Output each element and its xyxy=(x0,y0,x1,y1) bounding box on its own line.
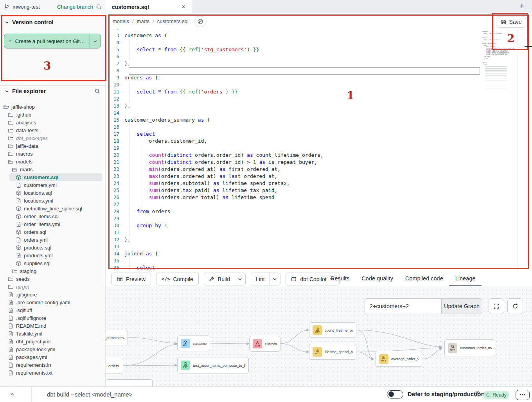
copy-icon[interactable] xyxy=(96,4,102,10)
file-item-customers-sql[interactable]: customers.sql xyxy=(9,173,102,181)
lineage-node-stg-customers[interactable]: stg_customers xyxy=(106,330,128,345)
file-item-orders-yml[interactable]: orders.yml xyxy=(0,236,105,244)
tab-compiled-code[interactable]: Compiled code xyxy=(404,270,445,286)
code-line-34[interactable]: 34joined as ( xyxy=(106,250,532,257)
line-number[interactable]: 29 xyxy=(106,215,124,222)
line-number[interactable]: 32 xyxy=(106,236,124,243)
file-item--sqlfluff[interactable]: .sqlfluff xyxy=(0,306,105,314)
pr-button-caret[interactable] xyxy=(90,34,101,48)
change-branch-link[interactable]: Change branch xyxy=(57,4,93,10)
editor-scroll-gutter[interactable] xyxy=(518,29,518,270)
code-line-14[interactable]: 14 xyxy=(106,109,532,117)
code-line-31[interactable]: 31 xyxy=(106,229,532,236)
line-number[interactable]: 21 xyxy=(106,159,124,166)
line-number[interactable]: 13 xyxy=(106,102,124,109)
code-line-8[interactable]: 8 xyxy=(106,67,532,74)
file-item-products-sql[interactable]: products.sql xyxy=(0,244,105,251)
line-number[interactable]: 10 xyxy=(106,81,124,88)
line-number[interactable]: 22 xyxy=(106,166,124,173)
code-line-18[interactable]: 18 orders.customer_id, xyxy=(106,138,532,145)
line-number[interactable]: 7 xyxy=(106,60,124,67)
code-line-6[interactable]: 6 xyxy=(106,53,532,60)
code-line-11[interactable]: 11 select * from {{ ref('orders') }} xyxy=(106,88,532,95)
file-item-models[interactable]: models xyxy=(0,158,105,165)
minimap[interactable]: 23customers as (45 select * from {{ ref(… xyxy=(482,30,516,90)
file-item--sqlfluffignore[interactable]: .sqlfluffignore xyxy=(0,314,105,322)
line-number[interactable]: 23 xyxy=(106,173,124,180)
tab-code-quality[interactable]: Code quality xyxy=(360,270,395,286)
line-number[interactable]: 19 xyxy=(106,145,124,152)
file-item-order-items-sql[interactable]: order_items.sql xyxy=(0,212,105,220)
save-button[interactable]: Save xyxy=(496,16,526,28)
build-caret[interactable] xyxy=(235,273,245,285)
line-number[interactable]: 18 xyxy=(106,138,124,145)
file-item-dbt-project-yml[interactable]: dbt_project.yml xyxy=(0,337,105,345)
file-item-analyses[interactable]: analyses xyxy=(0,118,105,126)
lineage-node-customers[interactable]: MDLcustomers xyxy=(177,336,210,351)
line-number[interactable]: 24 xyxy=(106,180,124,187)
code-line-30[interactable]: 30 group by 1 xyxy=(106,222,532,229)
file-item--gitignore[interactable]: .gitignore xyxy=(0,291,105,298)
code-line-32[interactable]: 32), xyxy=(106,236,532,243)
line-number[interactable]: 5 xyxy=(106,46,124,53)
code-line-35[interactable]: 35 xyxy=(106,257,532,264)
code-line-12[interactable]: 12 xyxy=(106,95,532,102)
line-number[interactable]: 25 xyxy=(106,187,124,194)
file-item-data-tests[interactable]: data-tests xyxy=(0,126,105,134)
refresh-button[interactable] xyxy=(507,298,523,314)
file-item-order-items-yml[interactable]: order_items.yml xyxy=(0,220,105,228)
code-line-22[interactable]: 22 min(orders.ordered_at) as first_order… xyxy=(106,166,532,173)
code-line-7[interactable]: 7), xyxy=(106,60,532,67)
line-number[interactable]: 3 xyxy=(106,32,124,39)
file-item-jaffle-shop[interactable]: jaffle-shop xyxy=(0,103,105,111)
line-number[interactable]: 15 xyxy=(106,117,124,124)
tab-results[interactable]: Results xyxy=(329,270,351,286)
lint-button[interactable]: Lint xyxy=(251,273,270,285)
line-number[interactable]: 9 xyxy=(106,74,124,81)
lineage-node-lifetime-spend-pretax[interactable]: METlifetime_spend_pretax xyxy=(309,344,356,360)
file-item-package-lock-yml[interactable]: package-lock.yml xyxy=(0,345,105,353)
code-line-3[interactable]: 3customers as ( xyxy=(106,32,532,39)
code-line-29[interactable]: 29 xyxy=(106,215,532,222)
line-number[interactable]: 4 xyxy=(106,39,124,46)
defer-toggle[interactable] xyxy=(387,390,403,398)
more-options-button[interactable]: ••• xyxy=(516,390,530,400)
file-item--pre-commit-config-yaml[interactable]: .pre-commit-config.yaml xyxy=(0,298,105,306)
build-button[interactable]: Build xyxy=(204,273,235,285)
file-item-staging[interactable]: staging xyxy=(0,267,105,275)
file-item-readme-md[interactable]: README.md xyxy=(0,322,105,330)
lint-caret[interactable] xyxy=(270,273,280,285)
line-number[interactable]: 31 xyxy=(106,229,124,236)
code-line-28[interactable]: 28 from orders xyxy=(106,208,532,215)
line-number[interactable]: 26 xyxy=(106,194,124,201)
file-item-marts[interactable]: marts xyxy=(0,165,105,173)
lineage-node-average-order-value[interactable]: METaverage_order_value xyxy=(376,351,422,367)
code-line-27[interactable]: 27 xyxy=(106,201,532,208)
code-line-26[interactable]: 26 sum(orders.order_total) as lifetime_s… xyxy=(106,194,532,201)
file-item-locations-sql[interactable]: locations.sql xyxy=(0,189,105,197)
lineage-selector-input[interactable] xyxy=(365,298,441,314)
tab-customers-sql[interactable]: customers.sql × xyxy=(106,0,192,14)
file-item-locations-yml[interactable]: locations.yml xyxy=(0,197,105,205)
line-number[interactable]: 11 xyxy=(106,88,124,95)
code-line-17[interactable]: 17 select xyxy=(106,131,532,138)
search-icon[interactable] xyxy=(94,88,101,94)
code-editor[interactable]: 23customers as (45 select * from {{ ref(… xyxy=(106,29,532,270)
file-item--github[interactable]: .github xyxy=(0,111,105,118)
line-number[interactable]: 36 xyxy=(106,264,124,270)
create-pull-request-button[interactable]: Create a pull request on Git… xyxy=(4,34,101,48)
file-item-requirements-in[interactable]: requirements.in xyxy=(0,361,105,369)
lineage-node-customers[interactable]: SEMcustomers xyxy=(249,336,280,352)
new-tab-button[interactable]: + xyxy=(517,2,527,11)
line-number[interactable]: 33 xyxy=(106,243,124,250)
line-number[interactable]: 28 xyxy=(106,208,124,215)
lineage-node-partial[interactable] xyxy=(106,379,153,386)
code-line-16[interactable]: 16 xyxy=(106,124,532,131)
file-item-customers-yml[interactable]: customers.yml xyxy=(0,181,105,189)
code-line-4[interactable]: 4 xyxy=(106,39,532,46)
collapse-panel-icon[interactable] xyxy=(9,391,15,397)
lineage-panel[interactable]: stg_customersordersMDLcustomersTSTtest_o… xyxy=(106,286,532,386)
line-number[interactable]: 34 xyxy=(106,250,124,257)
update-graph-button[interactable]: Update Graph xyxy=(441,298,482,314)
file-item-requirements-txt[interactable]: requirements.txt xyxy=(0,369,105,377)
